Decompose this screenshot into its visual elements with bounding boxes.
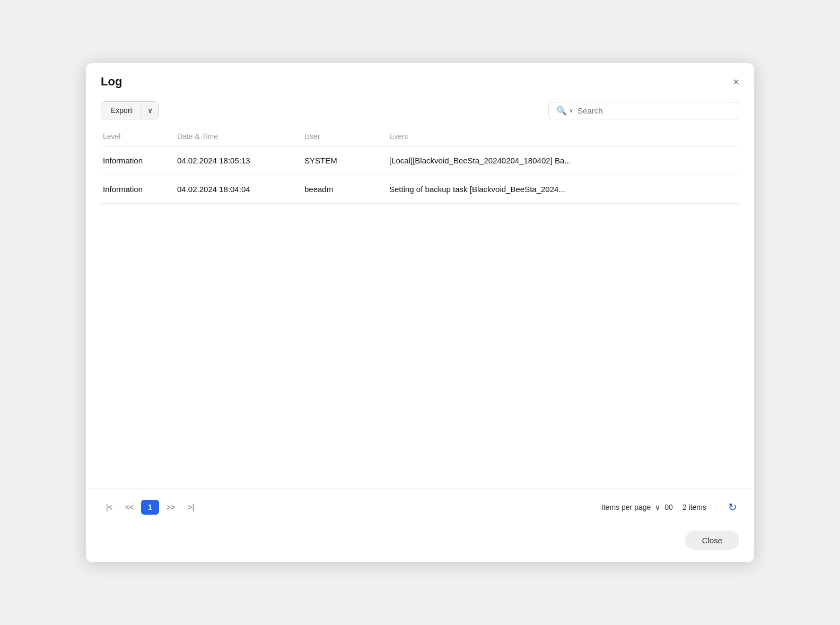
col-header-datetime: Date & Time	[175, 127, 302, 146]
col-header-user: User	[302, 127, 387, 146]
items-per-page: Items per page ∨ 00	[601, 503, 673, 511]
next-page-button[interactable]: >>	[161, 500, 180, 515]
col-header-event: Event	[387, 127, 739, 146]
col-header-level: Level	[101, 127, 175, 146]
export-button[interactable]: Export	[101, 102, 142, 119]
search-input[interactable]	[578, 106, 731, 115]
log-table: Level Date & Time User Event Information	[101, 127, 739, 204]
table-container: Level Date & Time User Event Information	[86, 127, 754, 489]
close-icon[interactable]: ×	[733, 76, 739, 87]
cell-user: SYSTEM	[302, 146, 387, 175]
search-box: 🔍 ∨	[548, 102, 739, 119]
dialog-title: Log	[101, 75, 122, 89]
log-dialog: Log × Export ∨ 🔍 ∨ Level Date	[86, 63, 754, 562]
pagination-bar: |< << 1 >> >| Items per page ∨ 00 2 item…	[86, 489, 754, 525]
cell-level: Information	[101, 175, 175, 204]
chevron-down-icon: ∨	[147, 106, 153, 115]
toolbar: Export ∨ 🔍 ∨	[86, 97, 754, 127]
last-page-button[interactable]: >|	[182, 500, 199, 515]
cell-user: beeadm	[302, 175, 387, 204]
search-icon: 🔍	[556, 106, 567, 116]
cell-level: Information	[101, 146, 175, 175]
pagination-controls: |< << 1 >> >|	[101, 500, 199, 515]
current-page-button[interactable]: 1	[141, 500, 159, 515]
search-chevron-icon: ∨	[569, 107, 573, 114]
cell-event: Setting of backup task [Blackvoid_BeeSta…	[387, 175, 739, 204]
cell-event: [Local][Blackvoid_BeeSta_20240204_180402…	[387, 146, 739, 175]
refresh-button[interactable]: ↻	[726, 499, 739, 516]
prev-page-button[interactable]: <<	[120, 500, 139, 515]
chevron-down-icon: ∨	[655, 503, 660, 511]
close-button[interactable]: Close	[685, 531, 739, 550]
refresh-icon: ↻	[728, 501, 737, 513]
dialog-footer: Close	[86, 525, 754, 562]
pagination-right: Items per page ∨ 00 2 items ↻	[601, 499, 739, 516]
table-row: Information 04.02.2024 18:04:04 beeadm S…	[101, 175, 739, 204]
dialog-header: Log ×	[86, 63, 754, 97]
table-body: Information 04.02.2024 18:05:13 SYSTEM […	[101, 146, 739, 204]
table-header-row: Level Date & Time User Event	[101, 127, 739, 146]
export-dropdown-button[interactable]: ∨	[142, 102, 158, 119]
first-page-button[interactable]: |<	[101, 500, 118, 515]
items-count: 2 items	[682, 503, 716, 511]
cell-datetime: 04.02.2024 18:05:13	[175, 146, 302, 175]
items-per-page-value: 00	[664, 503, 673, 511]
items-per-page-dropdown[interactable]: ∨	[655, 503, 660, 511]
cell-datetime: 04.02.2024 18:04:04	[175, 175, 302, 204]
table-row: Information 04.02.2024 18:05:13 SYSTEM […	[101, 146, 739, 175]
export-btn-group: Export ∨	[101, 101, 159, 119]
items-per-page-label: Items per page	[601, 503, 651, 511]
